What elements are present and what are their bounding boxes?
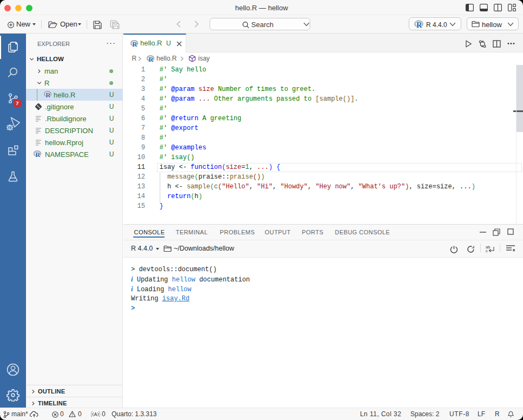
svg-text:R: R	[35, 151, 41, 158]
svg-text:R: R	[416, 20, 422, 28]
svg-text:R: R	[148, 56, 154, 62]
svg-text:R: R	[132, 41, 138, 47]
svg-text:R: R	[45, 91, 51, 98]
svg-text:c: c	[486, 248, 488, 253]
